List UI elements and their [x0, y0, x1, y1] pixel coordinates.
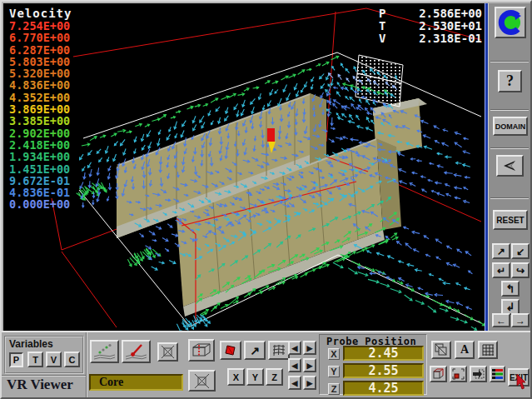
variable-p-label: P	[13, 355, 19, 365]
grid-toggle-button[interactable]	[478, 341, 498, 359]
axis-z-button[interactable]: Z	[266, 368, 283, 386]
axis-y-button[interactable]: Y	[246, 368, 264, 386]
readout-value: 2.318E-01	[419, 32, 482, 45]
axis-x-button[interactable]: X	[227, 368, 245, 386]
step-left-icon: ◀	[292, 344, 298, 352]
domain-button[interactable]: DOMAIN	[493, 117, 528, 136]
probe-y-field[interactable]: 2.55	[343, 363, 424, 378]
legend-entry: 6.770E+00	[9, 32, 72, 43]
axis-y-label: Y	[252, 372, 258, 382]
arrow-right-icon: →	[515, 315, 525, 327]
velocity-legend: Velocity 7.254E+00 6.770E+00 6.287E+00 5…	[9, 7, 72, 211]
probe-z-field[interactable]: 4.25	[343, 381, 424, 396]
variable-p-button[interactable]: P	[9, 352, 23, 367]
object-view-button[interactable]	[430, 366, 447, 382]
probe-cursor-icon	[502, 160, 519, 172]
tilt-down-icon: ↲	[506, 301, 515, 313]
legend-entry: 4.352E+00	[9, 92, 72, 103]
legend-entry: 1.934E+00	[9, 151, 72, 162]
mesh-toggle-button[interactable]	[268, 341, 290, 360]
probe-y-decrease-button[interactable]: ◀	[288, 358, 301, 372]
logo-button[interactable]	[495, 7, 526, 38]
viewport-3d[interactable]: Velocity 7.254E+00 6.770E+00 6.287E+00 5…	[3, 3, 485, 331]
step-left-icon: ◀	[292, 362, 298, 370]
step-left-icon: ◀	[292, 379, 298, 387]
probe-view-button[interactable]	[496, 155, 524, 177]
tilt-up-button[interactable]: ↰	[501, 281, 520, 297]
streamlines-icon	[93, 343, 116, 360]
probe-readout: P 2.586E+00 T 2.530E+01 V 2.318E-01	[379, 7, 482, 45]
color-palette-icon	[492, 368, 503, 380]
probe-y-value: 2.55	[368, 363, 398, 378]
legend-entry: 0.000E+00	[9, 198, 72, 210]
variable-c-button[interactable]: C	[64, 352, 80, 367]
vector-arrow-icon: ↗	[250, 344, 260, 357]
hide-object-button[interactable]	[188, 370, 216, 392]
turn-right-button[interactable]: ↪	[511, 262, 530, 278]
object-selector[interactable]: Core	[89, 374, 183, 391]
zoom-box-icon	[452, 368, 465, 380]
vector-button[interactable]: ↗	[244, 341, 266, 360]
probe-y-increase-button[interactable]: ▶	[303, 358, 316, 372]
z-label: Z	[331, 384, 337, 394]
variable-t-button[interactable]: T	[27, 352, 43, 367]
scene-3d-view[interactable]	[3, 3, 485, 331]
streamlines-button[interactable]	[90, 340, 119, 363]
legend-entry: 2.902E+00	[9, 127, 72, 139]
reset-button[interactable]: RESET	[493, 210, 528, 230]
probe-x-decrease-button[interactable]: ◀	[288, 341, 301, 355]
readout-value: 2.530E+01	[419, 20, 482, 32]
probe-x-field[interactable]: 2.45	[343, 346, 424, 361]
variable-c-label: C	[69, 355, 76, 365]
help-label: ?	[506, 72, 514, 90]
separator	[490, 109, 529, 111]
legend-title: Velocity	[9, 7, 72, 20]
move-object-button[interactable]	[470, 366, 487, 382]
annotation-button[interactable]: A	[455, 341, 475, 359]
readout-label: V	[379, 32, 385, 45]
turn-left-icon: ↵	[497, 265, 505, 277]
contour-button[interactable]	[220, 341, 241, 360]
copy-view-icon	[435, 343, 448, 357]
turn-left-button[interactable]: ↵	[492, 262, 510, 278]
reset-label: RESET	[496, 216, 524, 225]
palette-button[interactable]	[490, 366, 505, 382]
temperature-probe-button[interactable]	[122, 340, 151, 363]
viewer-title: VR Viewer	[7, 377, 73, 393]
pan-right-button[interactable]: →	[511, 313, 530, 327]
legend-entry: 5.803E+00	[9, 56, 72, 67]
turn-right-icon: ↪	[516, 265, 525, 277]
step-right-icon: ▶	[307, 344, 313, 352]
copy-view-button[interactable]	[431, 341, 451, 359]
vr-viewer-window: Velocity 7.254E+00 6.770E+00 6.287E+00 5…	[0, 0, 532, 399]
readout-row: P 2.586E+00	[379, 7, 482, 20]
probe-z-increase-button[interactable]: ▶	[303, 376, 316, 390]
variable-v-button[interactable]: V	[46, 352, 62, 367]
zoom-region-button[interactable]	[450, 366, 467, 382]
bottom-toolbar: Variables P T V C VR Viewer Core	[2, 331, 530, 397]
readout-label: T	[379, 20, 385, 32]
sidebar: ? DOMAIN RESET ↗ ↙ ↵ ↪ ↰ ↲ ← →	[488, 3, 530, 331]
rotate-down-right-button[interactable]: ↙	[511, 243, 530, 259]
inlet-grille	[355, 55, 403, 107]
axis-z-label: Z	[271, 372, 277, 382]
wireframe-toggle-button[interactable]	[157, 342, 178, 362]
help-button[interactable]: ?	[498, 70, 522, 92]
domain-label: DOMAIN	[495, 122, 526, 131]
slice-plane-button[interactable]	[188, 339, 215, 362]
box-x-icon	[195, 374, 209, 388]
separator	[490, 61, 529, 62]
probe-y-label: Y	[328, 366, 340, 377]
readout-row: T 2.530E+01	[379, 20, 482, 32]
probe-x-increase-button[interactable]: ▶	[303, 341, 316, 355]
probe-x-value: 2.45	[368, 346, 398, 361]
rotate-up-left-button[interactable]: ↗	[492, 243, 510, 259]
separator	[490, 197, 529, 199]
probe-z-decrease-button[interactable]: ◀	[288, 376, 301, 390]
object-box-icon	[432, 368, 445, 380]
probe-x-label: X	[328, 348, 340, 360]
pan-left-button[interactable]: ←	[492, 313, 510, 327]
grid-icon	[482, 344, 495, 357]
variables-group: Variables P T V C	[4, 336, 84, 374]
legend-entry: 1.451E+00	[9, 163, 72, 175]
